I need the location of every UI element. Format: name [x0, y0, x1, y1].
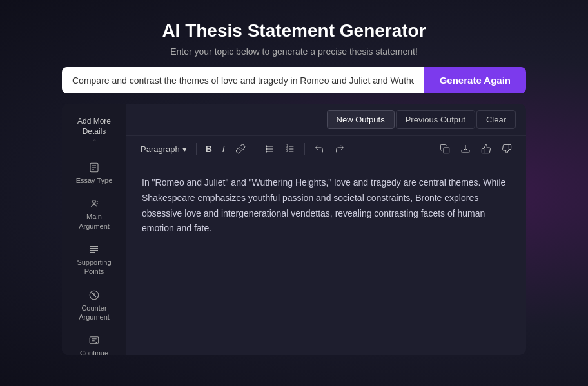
divider-1: [196, 143, 197, 155]
supporting-points-icon: [88, 244, 100, 255]
divider-2: [255, 143, 255, 155]
main-argument-icon: [88, 198, 100, 209]
supporting-points-label: Supporting Points: [72, 258, 116, 276]
svg-point-21: [266, 146, 267, 147]
editor-area[interactable]: In "Romeo and Juliet" and "Wuthering Hei…: [126, 162, 526, 355]
add-more-details[interactable]: Add More Details ⌃: [62, 111, 126, 151]
chevron-down-icon: ⌃: [92, 138, 97, 146]
thumbs-down-icon: [502, 144, 512, 154]
page-title: AI Thesis Statement Generator: [162, 21, 426, 41]
bullet-list-icon: [264, 144, 275, 154]
add-more-label: Add More Details: [70, 117, 119, 137]
paragraph-select[interactable]: Paragraph ▾: [137, 143, 191, 155]
sidebar-item-supporting-points[interactable]: Supporting Points: [68, 238, 120, 282]
sidebar: Add More Details ⌃ Essay Type Main Argum…: [62, 104, 126, 355]
italic-button[interactable]: I: [219, 141, 229, 157]
link-icon: [235, 144, 246, 154]
main-panel: Add More Details ⌃ Essay Type Main Argum…: [62, 104, 526, 355]
topic-input[interactable]: [62, 67, 424, 93]
svg-point-22: [266, 148, 267, 150]
redo-icon: [335, 144, 345, 154]
formatting-toolbar: Paragraph ▾ B I: [126, 136, 526, 162]
sidebar-item-essay-type[interactable]: Essay Type: [68, 157, 120, 190]
thumbs-up-button[interactable]: [477, 141, 495, 157]
paragraph-dropdown-icon: ▾: [182, 144, 187, 154]
counter-argument-label: Counter Argument: [72, 304, 116, 322]
divider-3: [304, 143, 305, 155]
numbered-list-icon: 1 2 3: [285, 144, 295, 154]
essay-type-label: Essay Type: [76, 176, 113, 185]
sidebar-item-continue-writing[interactable]: Continue Writing: [68, 329, 120, 355]
editor-content: In "Romeo and Juliet" and "Wuthering Hei…: [142, 175, 511, 236]
download-button[interactable]: [456, 141, 475, 157]
svg-point-23: [266, 151, 267, 152]
copy-button[interactable]: [436, 141, 454, 157]
numbered-list-button[interactable]: 1 2 3: [281, 141, 299, 157]
undo-icon: [314, 144, 324, 154]
new-outputs-tab[interactable]: New Outputs: [327, 110, 395, 129]
svg-text:3: 3: [286, 150, 288, 153]
bullet-list-button[interactable]: [260, 141, 279, 157]
toolbar-right: [436, 141, 516, 157]
download-icon: [460, 144, 471, 154]
tabs-bar: New Outputs Previous Output Clear: [126, 104, 526, 136]
generate-button[interactable]: Generate Again: [424, 67, 526, 93]
essay-type-icon: [88, 162, 100, 173]
undo-button[interactable]: [310, 141, 328, 157]
sidebar-item-main-argument[interactable]: Main Argument: [68, 193, 120, 236]
continue-writing-icon: [88, 334, 100, 346]
link-button[interactable]: [231, 141, 250, 157]
svg-point-4: [93, 200, 96, 204]
counter-argument-icon: [88, 289, 100, 301]
bold-button[interactable]: B: [202, 141, 216, 157]
content-area: New Outputs Previous Output Clear Paragr…: [126, 104, 526, 355]
redo-button[interactable]: [331, 141, 349, 157]
page-header: AI Thesis Statement Generator Enter your…: [162, 0, 426, 57]
clear-tab[interactable]: Clear: [476, 110, 516, 129]
thumbs-up-icon: [481, 144, 491, 154]
previous-output-tab[interactable]: Previous Output: [396, 110, 475, 129]
page-subtitle: Enter your topic below to generate a pre…: [162, 46, 426, 57]
main-argument-label: Main Argument: [72, 212, 116, 231]
svg-rect-30: [444, 148, 449, 153]
copy-icon: [440, 144, 450, 154]
sidebar-item-counter-argument[interactable]: Counter Argument: [68, 284, 120, 327]
paragraph-label: Paragraph: [141, 144, 180, 154]
continue-writing-label: Continue Writing: [72, 349, 116, 355]
search-bar: Generate Again: [62, 67, 526, 93]
thumbs-down-button[interactable]: [498, 141, 516, 157]
svg-rect-13: [90, 337, 99, 344]
